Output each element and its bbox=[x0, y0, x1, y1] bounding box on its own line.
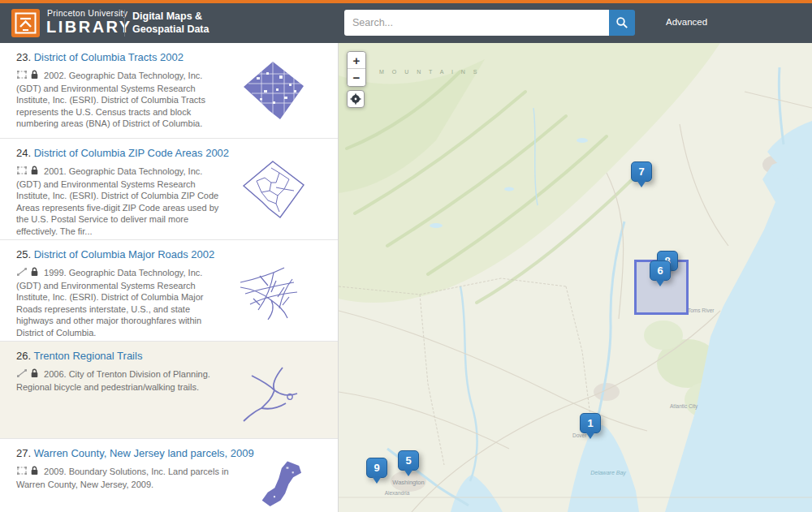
result-thumbnail bbox=[242, 460, 317, 512]
app-root: Princeton University LIBRARY Digital Map… bbox=[0, 0, 812, 512]
search-icon bbox=[615, 16, 628, 29]
result-item-27[interactable]: 27. Warren County, New Jersey land parce… bbox=[0, 439, 338, 512]
map-label-mountains: M O U N T A I N S bbox=[379, 69, 481, 75]
app-title-line1: Digital Maps & bbox=[132, 10, 209, 23]
result-title-link[interactable]: District of Columbia Tracts 2002 bbox=[34, 51, 184, 63]
map-label-washington: Washington bbox=[392, 479, 424, 486]
result-title-link[interactable]: District of Columbia ZIP Code Areas 2002 bbox=[34, 147, 229, 159]
lock-icon bbox=[30, 466, 39, 479]
result-item-23[interactable]: 23. District of Columbia Tracts 2002 200… bbox=[0, 43, 338, 139]
map-marker-9[interactable]: 9 bbox=[366, 458, 387, 478]
map-marker-1[interactable]: 1 bbox=[580, 413, 601, 433]
lock-icon bbox=[30, 368, 39, 381]
map-label-atlantic-city: Atlantic City bbox=[670, 403, 698, 410]
zoom-out-button[interactable]: − bbox=[348, 69, 365, 86]
zoom-in-button[interactable]: + bbox=[348, 52, 365, 69]
result-number: 25. bbox=[16, 248, 31, 260]
search-submit-button[interactable] bbox=[609, 10, 635, 36]
result-thumbnail bbox=[237, 157, 309, 231]
locate-extent-button[interactable] bbox=[347, 90, 365, 108]
result-thumbnail bbox=[237, 363, 309, 434]
result-title-link[interactable]: District of Columbia Major Roads 2002 bbox=[34, 248, 215, 260]
result-description: 1999. Geographic Data Technology, Inc. (… bbox=[16, 267, 229, 339]
result-number: 23. bbox=[16, 51, 31, 63]
institution-name: Princeton University bbox=[47, 8, 127, 18]
result-thumbnail bbox=[237, 58, 309, 132]
map-basemap: M O U N T A I N S Washington Alexandria … bbox=[339, 43, 812, 512]
geometry-polygon-icon bbox=[16, 466, 28, 479]
map-marker-5[interactable]: 5 bbox=[398, 450, 419, 471]
result-item-25[interactable]: 25. District of Columbia Major Roads 200… bbox=[0, 240, 338, 342]
lock-icon bbox=[30, 70, 39, 83]
result-item-26[interactable]: 26. Trenton Regional Trails 2006. City o… bbox=[0, 342, 338, 439]
brand-divider bbox=[124, 10, 125, 37]
result-item-24[interactable]: 24. District of Columbia ZIP Code Areas … bbox=[0, 139, 338, 240]
result-number: 26. bbox=[16, 350, 31, 362]
map-marker-6[interactable]: 6 bbox=[650, 260, 671, 281]
geometry-polygon-icon bbox=[16, 70, 28, 83]
header: Princeton University LIBRARY Digital Map… bbox=[0, 3, 812, 43]
geometry-line-icon bbox=[16, 267, 28, 280]
map-panel[interactable]: M O U N T A I N S Washington Alexandria … bbox=[339, 43, 812, 512]
app-title-line2: Geospatial Data bbox=[132, 23, 209, 36]
result-description: 2009. Boundary Solutions, Inc. Land parc… bbox=[16, 466, 229, 490]
lock-icon bbox=[30, 267, 39, 280]
result-description: 2001. Geographic Data Technology, Inc. (… bbox=[16, 166, 229, 238]
crosshair-icon bbox=[350, 93, 361, 105]
map-label-delaware-bay: Delaware Bay bbox=[590, 470, 626, 476]
result-number: 27. bbox=[16, 447, 31, 459]
princeton-logo-icon[interactable] bbox=[11, 9, 40, 37]
search-input[interactable] bbox=[344, 10, 609, 36]
result-description: 2002. Geographic Data Technology, Inc. (… bbox=[16, 70, 229, 130]
result-title-link[interactable]: Trenton Regional Trails bbox=[33, 350, 142, 362]
map-label-alexandria: Alexandria bbox=[385, 490, 410, 496]
lock-icon bbox=[30, 166, 39, 179]
geometry-line-icon bbox=[16, 368, 28, 381]
result-title-link[interactable]: Warren County, New Jersey land parcels, … bbox=[34, 447, 254, 459]
map-marker-7[interactable]: 7 bbox=[631, 161, 652, 182]
content: 23. District of Columbia Tracts 2002 200… bbox=[0, 43, 812, 512]
result-description: 2006. City of Trenton Division of Planni… bbox=[16, 368, 229, 393]
zoom-control: + − bbox=[347, 51, 366, 87]
advanced-search-link[interactable]: Advanced bbox=[666, 17, 707, 27]
result-number: 24. bbox=[16, 147, 31, 159]
search-results-list: 23. District of Columbia Tracts 2002 200… bbox=[0, 43, 339, 512]
result-thumbnail bbox=[235, 260, 307, 331]
map-label-toms-river: Toms River bbox=[688, 308, 715, 313]
princeton-shield-icon bbox=[14, 11, 37, 35]
app-title[interactable]: Digital Maps & Geospatial Data bbox=[132, 10, 209, 36]
library-wordmark[interactable]: LIBRARY bbox=[46, 18, 132, 37]
geometry-polygon-icon bbox=[16, 166, 28, 179]
